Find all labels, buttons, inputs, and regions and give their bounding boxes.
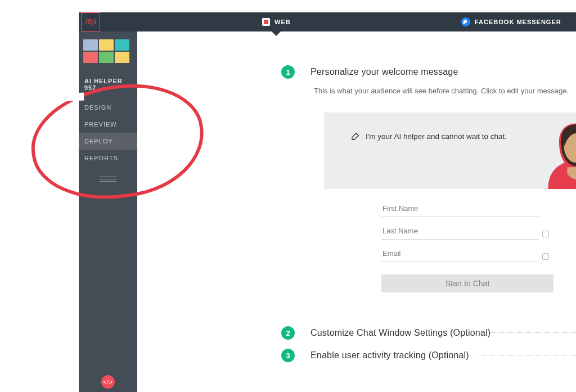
sidebar-item-preview[interactable]: PREVIEW [79,116,137,133]
logo[interactable]: Jūji [81,12,100,31]
main-content: 1 Personalize your welcome message ▾ Thi… [137,51,576,392]
avatar-thumb [99,39,114,51]
step-3-header[interactable]: 3 Enable user activity tracking (Optiona… [281,349,576,362]
step-1-header[interactable]: 1 Personalize your welcome message ▾ [281,65,576,79]
avatar-thumb [99,52,114,63]
step-1-number: 1 [281,65,295,79]
step-1-helper-text: This is what your audience will see befo… [314,87,569,95]
code-badge-icon[interactable]: </> [101,375,115,389]
top-bar: Jūji WEB FACEBOOK MESSENGER [79,12,576,31]
last-name-input[interactable] [381,223,539,240]
step-2-number: 2 [281,326,295,340]
avatar-thumb [83,52,98,63]
sidebar-nav: DESIGN PREVIEW DEPLOY REPORTS [79,99,137,166]
email-required-checkbox[interactable] [542,253,549,260]
messenger-icon [461,17,470,26]
step-2-header[interactable]: 2 Customize Chat Window Settings (Option… [281,326,576,340]
first-name-input[interactable] [381,200,539,217]
web-icon [262,18,270,26]
tab-fb-label: FACEBOOK MESSENGER [475,19,561,25]
avatar-thumb [115,52,129,63]
signup-form: Start to Chat [381,200,551,292]
email-input[interactable] [381,245,539,262]
welcome-message-card[interactable]: I'm your AI helper and cannot wait to ch… [324,112,576,189]
sidebar-divider-icon[interactable] [100,177,116,182]
sidebar-item-design[interactable]: DESIGN [79,99,137,116]
step-3-number: 3 [281,349,295,362]
tab-facebook-messenger[interactable]: FACEBOOK MESSENGER [461,17,561,26]
active-tab-caret-icon [272,31,281,36]
tab-web-label: WEB [274,19,291,25]
step-2-title: Customize Chat Window Settings (Optional… [310,328,490,338]
step-3-title: Enable user activity tracking (Optional) [310,350,469,361]
sidebar-item-deploy[interactable]: DEPLOY [79,133,137,150]
step-1-title: Personalize your welcome message [310,67,458,77]
project-name: AI HELPER 957 [79,67,137,93]
avatar-thumb [83,39,98,51]
sidebar-item-reports[interactable]: REPORTS [79,150,137,166]
pencil-icon [351,132,360,141]
start-to-chat-button[interactable]: Start to Chat [381,274,554,292]
app-window: Jūji WEB FACEBOOK MESSENGER AI HELPER 95… [79,12,576,392]
avatar-thumb [115,39,129,51]
project-avatars[interactable] [79,31,137,67]
last-name-required-checkbox[interactable] [542,231,549,237]
sidebar: AI HELPER 957 DESIGN PREVIEW DEPLOY REPO… [79,31,137,392]
chatbot-avatar [541,112,576,189]
welcome-message-edit[interactable]: I'm your AI helper and cannot wait to ch… [324,112,507,141]
welcome-message-text: I'm your AI helper and cannot wait to ch… [366,132,507,141]
tab-web[interactable]: WEB [262,18,291,26]
